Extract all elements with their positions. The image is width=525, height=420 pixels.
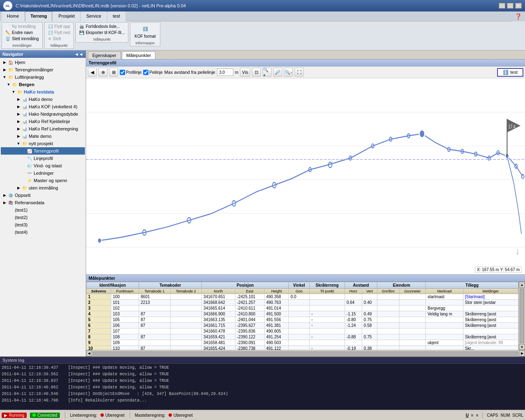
test-btn[interactable]: ℹ️ test [497,68,523,77]
kof-format-btn[interactable]: ℹ️ KOF format [132,23,158,39]
tree-item-vind-islast[interactable]: 💨 Vind- og islast [1,162,85,169]
tree-item-hako-kof[interactable]: ▶ 📊 HaKo KOF (vinkeltest 4) [1,103,85,110]
tab-prosjekt[interactable]: Prosjekt [53,11,80,21]
tree-item-nytt-prosjekt[interactable]: ▼ 📁 nytt prosjekt [1,140,85,147]
table-row[interactable]: 5 105 87 341663.135 -2401.044 491.556 ◦ … [87,317,518,323]
tree-item-luftlinjeanlegg[interactable]: ▼ 📁 Luftlinjeanlegg [1,73,85,81]
window-controls[interactable]: ─ □ ✕ [499,3,522,9]
status-connected[interactable]: Connected [30,413,59,418]
cell-vert [362,329,377,334]
table-row[interactable]: 10 110 87 341655.424 -2380.738 491.122 ◦… [87,346,518,350]
tree-item-test3[interactable]: (test3) [1,221,85,228]
tree-item-hako-nedgravingsdybde[interactable]: ▶ 📊 Hako Nedgravingsdybde [1,110,85,118]
vscroll-up-btn[interactable]: ▲ [519,282,525,288]
cell-height: 491.122 [264,346,289,350]
underline-btn[interactable]: U [466,413,468,418]
table-row[interactable]: 8 108 87 341659.421 -2390.122 491.254 ◦ … [87,334,518,340]
tab-malepunkter[interactable]: Målepunkter [122,51,156,59]
nav-left-btn[interactable]: ◀ [88,68,97,77]
tree-label-terrengprofil: Terrengprofil [34,148,59,153]
tree-item-hako-testdata[interactable]: ▼ 📁 HaKo testdata [1,88,85,96]
peilinje-checkbox-label[interactable]: Peilinje [143,70,162,75]
navigator-collapse-btn[interactable]: ◄◄ [74,52,83,57]
tree-item-hako-demo[interactable]: ▶ 📊 HaKo demo [1,96,85,103]
cell-meldinger: [ukjent temakode: 99 [463,340,518,346]
flytt-ned-btn[interactable]: ⬇️ Flytt ned [46,30,72,36]
hscroll-thumb[interactable] [93,352,518,356]
tree-item-terrengprofil[interactable]: 📈 Terrengprofil [1,147,85,155]
endre-navn-btn[interactable]: ✏️ Endre navn [4,30,41,36]
vscroll-down-btn[interactable]: ▼ [519,344,525,350]
tree-item-hako-ref-lineberegning[interactable]: ▶ 📊 HaKo Ref Lineberegning [1,125,85,132]
tree-item-linjeprofil[interactable]: 📉 Linjeprofil [1,155,85,162]
close-btn[interactable]: ✕ [515,3,522,9]
tree-item-referansedata[interactable]: ▶ 📚 Referansedata [1,199,85,206]
table-row[interactable]: 1 100 8601 341670.651 -2425.101 490.358 … [87,294,518,300]
tree-item-test4[interactable]: (test4) [1,228,85,236]
nav-crosshair-btn[interactable]: ⊕ [98,68,107,77]
vis-btn[interactable]: Vis [240,68,250,77]
profilinje-checkbox[interactable] [120,70,125,75]
tab-home[interactable]: Home [2,11,24,21]
tab-egenskaper[interactable]: Egenskaper [88,51,121,59]
nav-grid-btn[interactable]: ⊞ [109,68,118,77]
minimize-btn[interactable]: ─ [499,3,505,9]
vscroll-thumb[interactable] [520,288,524,343]
th-sekvens: Sekvens [87,289,111,294]
max-avstand-input[interactable] [217,68,233,76]
ny-innmaling-btn[interactable]: 📄 Ny innmåling [4,23,41,30]
slett-btn[interactable]: ✕ Slett [46,36,72,42]
cell-vert [362,340,377,346]
table-row[interactable]: 3 102 341665.614 -2410.611 491.014 Bergv… [87,306,518,311]
zoom-full-btn[interactable]: ⛶ [294,68,304,77]
align-left-btn[interactable]: ≡ [471,413,474,418]
table-row[interactable]: 4 103 87 341666.900 -2410.800 491.500 ◦ … [87,311,518,317]
cell-meldinger: Skråterreng [avst [463,323,518,329]
tab-test[interactable]: test [107,11,126,21]
chart-point-1[interactable] [98,238,101,243]
terrain-chart: 17.4 ↓ X: 167.55 m Y: 54.67 m [86,78,525,274]
tree-item-terrenginnmalinger[interactable]: ▶ 📁 Terrenginnmålinger [1,66,85,73]
table-row[interactable]: 9 109 341658.481 -2390.091 490.503 ukjen… [87,340,518,346]
content-tab-bar: Egenskaper Målepunkter [86,50,525,59]
forhandsvis-btn[interactable]: 🖨️ Forhåndsvis liste... [78,23,126,30]
log-line: 2011-04-11 12:16:39.937 [Inspect] ### Up… [2,378,523,384]
hscroll-left-btn[interactable]: ◀ [86,350,92,356]
maximize-btn[interactable]: □ [507,3,514,9]
chart-point-12-highlight[interactable] [419,130,425,138]
tree-item-hjem[interactable]: ▶ 🏠 Hjem [1,59,85,66]
zoom-in-btn[interactable]: 🔍+ [262,68,272,77]
tree-item-ledninger[interactable]: 〰 Ledninger [1,169,85,177]
table-hscrollbar[interactable]: ◀ ▶ [86,350,525,356]
flytt-opp-btn[interactable]: ⬆️ Flytt opp [46,23,72,30]
cell-vert: 0.40 [362,300,377,306]
zoom-in2-btn[interactable]: 🔎 [273,68,282,77]
hscroll-right-btn[interactable]: ▶ [519,350,525,356]
table-vscrollbar[interactable]: ▲ ▼ [518,282,525,350]
tree-item-mote-demo[interactable]: ▶ 📊 Møte demo [1,132,85,140]
tree-item-uten-innmaling[interactable]: ▶ 📁 uten innmåling [1,184,85,192]
tree-item-oppsett[interactable]: ▶ ⚙️ Oppsett [1,192,85,199]
tab-terreng[interactable]: Terreng [25,11,52,21]
tree-item-hako-ref-kjeldelinje[interactable]: ▶ 📊 HaKo Ref Kjeldelinje [1,118,85,125]
zoom-out-btn[interactable]: 🔍- [284,68,293,77]
table-row[interactable]: 7 107 341660.478 -2395.836 490.805 [87,329,518,334]
table-row[interactable]: 6 106 87 341661.715 -2395.627 491.381 ◦ … [87,323,518,329]
tab-service[interactable]: Service [81,11,107,21]
peilinje-checkbox[interactable] [143,70,148,75]
zoom-extent-btn[interactable]: ⊡ [252,68,261,77]
lineberegning-dot [100,413,104,417]
align-center-btn[interactable]: ≡ [476,413,478,418]
status-running[interactable]: ▶ Running [2,413,27,418]
tree-item-test2[interactable]: (test2) [1,214,85,221]
tree-item-bergen[interactable]: ▼ 📁 Bergen [1,81,85,88]
help-icon[interactable]: ❓ [511,11,525,21]
tree-item-master-spenn[interactable]: ⚡ Master og spenn [1,177,85,184]
cell-merknad: startmast [426,294,463,300]
tree-item-test1[interactable]: (test1) [1,206,85,214]
profilinje-checkbox-label[interactable]: Profilinje [120,70,142,75]
slett-innmaling-btn[interactable]: 🗑️ Slett innmåling [4,36,41,42]
table-row[interactable]: 2 101 2213 341668.642 -2421.257 490.763 … [87,300,518,306]
ribbon-group-innmalinger: 📄 Ny innmåling ✏️ Endre navn 🗑️ Slett in… [2,22,43,49]
eksporter-btn[interactable]: 💾 Eksporter til KOF-fil... [78,30,126,36]
